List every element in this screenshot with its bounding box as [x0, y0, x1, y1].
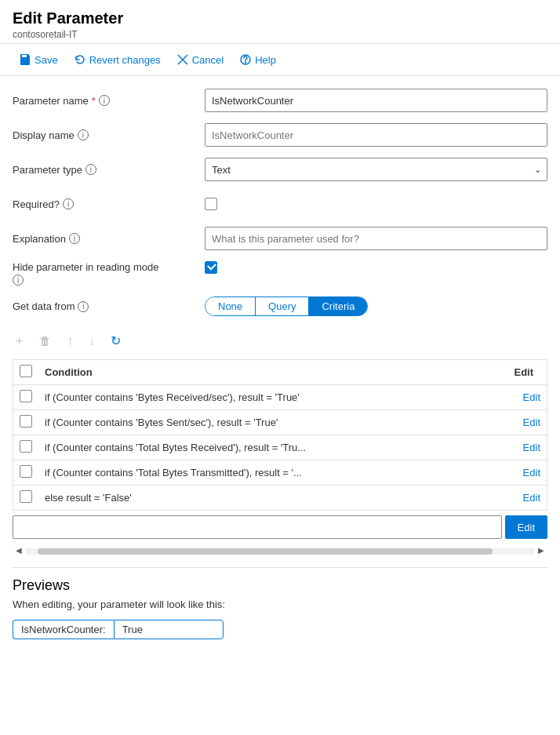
- cancel-button[interactable]: Cancel: [170, 50, 230, 69]
- table-row: if (Counter contains 'Bytes Received/sec…: [13, 385, 547, 410]
- row-checkbox[interactable]: [20, 490, 32, 503]
- parameter-name-info-icon[interactable]: i: [99, 95, 110, 106]
- add-criteria-button[interactable]: +: [13, 333, 26, 350]
- get-data-segmented-control: None Query Criteria: [205, 297, 368, 316]
- get-data-row: Get data from i None Query Criteria: [13, 297, 547, 316]
- row-checkbox[interactable]: [20, 390, 32, 402]
- row-condition: if (Counter contains 'Total Bytes Transm…: [38, 460, 508, 486]
- parameter-name-control: [205, 89, 547, 112]
- move-down-criteria-button[interactable]: ↓: [85, 333, 98, 350]
- row-edit-link[interactable]: Edit: [523, 492, 540, 504]
- row-edit-link[interactable]: Edit: [523, 442, 540, 453]
- move-up-criteria-button[interactable]: ↑: [64, 333, 76, 350]
- required-label: Required? i: [13, 198, 205, 210]
- delete-icon: [38, 335, 51, 347]
- explanation-info-icon[interactable]: i: [69, 233, 80, 244]
- required-checkbox[interactable]: [205, 198, 217, 210]
- row-edit-link[interactable]: Edit: [523, 467, 540, 478]
- parameter-type-control: Text ⌄: [205, 158, 547, 181]
- row-checkbox-cell: [13, 486, 39, 511]
- scroll-left-icon[interactable]: ◀: [13, 546, 25, 555]
- hide-param-info-icon[interactable]: i: [13, 275, 24, 286]
- scrollbar-track[interactable]: [25, 548, 535, 555]
- scrollbar-thumb: [38, 548, 493, 555]
- required-control: [205, 198, 547, 210]
- help-icon: [239, 53, 252, 66]
- row-checkbox[interactable]: [20, 415, 32, 428]
- parameter-name-row: Parameter name * i: [13, 89, 547, 112]
- table-row: if (Counter contains 'Total Bytes Receiv…: [13, 435, 547, 460]
- table-row: if (Counter contains 'Bytes Sent/sec'), …: [13, 410, 547, 435]
- display-name-row: Display name i: [13, 123, 547, 147]
- row-condition: if (Counter contains 'Total Bytes Receiv…: [38, 435, 508, 460]
- preview-field-row: IsNetworkCounter: True: [13, 620, 547, 639]
- explanation-control: [205, 227, 547, 250]
- required-star: *: [92, 95, 96, 107]
- delete-criteria-button[interactable]: [35, 333, 54, 349]
- explanation-input[interactable]: [205, 227, 547, 250]
- criteria-toolbar: + ↑ ↓ ↻: [13, 329, 547, 353]
- table-row: else result = 'False' Edit: [13, 486, 547, 511]
- explanation-label: Explanation i: [13, 233, 205, 245]
- header: Edit Parameter contosoretail-IT: [0, 0, 560, 44]
- get-data-criteria-button[interactable]: Criteria: [309, 297, 367, 315]
- row-condition: if (Counter contains 'Bytes Received/sec…: [38, 385, 508, 410]
- edit-row-button[interactable]: Edit: [505, 515, 547, 539]
- hide-param-label-line2: i: [13, 275, 205, 286]
- row-edit-cell: Edit: [508, 385, 547, 410]
- row-checkbox-cell: [13, 410, 39, 435]
- hide-param-checkbox[interactable]: [205, 261, 217, 274]
- row-condition: if (Counter contains 'Bytes Sent/sec'), …: [38, 410, 508, 435]
- display-name-input[interactable]: [205, 123, 547, 147]
- display-name-control: [205, 123, 547, 147]
- criteria-table: Condition Edit if (Counter contains 'Byt…: [13, 359, 547, 511]
- row-checkbox-cell: [13, 460, 39, 486]
- row-edit-cell: Edit: [508, 486, 547, 511]
- required-row: Required? i: [13, 192, 547, 216]
- parameter-name-input[interactable]: [205, 89, 547, 112]
- row-edit-cell: Edit: [508, 460, 547, 486]
- refresh-criteria-button[interactable]: ↻: [107, 332, 124, 350]
- form-area: Parameter name * i Display name i Parame…: [0, 76, 560, 316]
- hide-param-row: Hide parameter in reading mode i: [13, 261, 547, 286]
- row-edit-cell: Edit: [508, 410, 547, 435]
- get-data-info-icon[interactable]: i: [78, 301, 89, 312]
- row-edit-link[interactable]: Edit: [523, 391, 540, 403]
- toolbar: Save Revert changes Cancel Help: [0, 44, 560, 76]
- page-title: Edit Parameter: [13, 9, 547, 27]
- row-checkbox[interactable]: [20, 440, 32, 453]
- previews-section: Previews When editing, your parameter wi…: [0, 555, 560, 639]
- svg-point-3: [245, 62, 246, 63]
- preview-value: True: [114, 620, 224, 639]
- scroll-right-icon[interactable]: ▶: [535, 546, 547, 555]
- parameter-name-label: Parameter name * i: [13, 95, 205, 107]
- required-info-icon[interactable]: i: [63, 198, 74, 209]
- row-checkbox-cell: [13, 435, 39, 460]
- header-edit: Edit: [508, 360, 547, 385]
- help-button[interactable]: Help: [233, 50, 282, 69]
- select-all-checkbox[interactable]: [20, 365, 32, 377]
- revert-button[interactable]: Revert changes: [67, 50, 167, 69]
- display-name-label: Display name i: [13, 129, 205, 141]
- parameter-type-label: Parameter type i: [13, 164, 205, 176]
- save-button[interactable]: Save: [13, 50, 64, 69]
- revert-icon: [74, 53, 86, 66]
- parameter-type-select[interactable]: Text: [205, 158, 547, 181]
- row-edit-link[interactable]: Edit: [523, 417, 540, 428]
- page-subtitle: contosoretail-IT: [13, 29, 547, 40]
- parameter-type-info-icon[interactable]: i: [85, 164, 96, 175]
- criteria-section: + ↑ ↓ ↻ Condition Edit if (Counter co: [0, 329, 560, 555]
- previews-description: When editing, your parameter will look l…: [13, 599, 547, 610]
- display-name-info-icon[interactable]: i: [78, 129, 89, 140]
- scroll-row: ◀ ▶: [13, 545, 547, 555]
- get-data-query-button[interactable]: Query: [256, 297, 308, 315]
- row-checkbox[interactable]: [20, 465, 32, 478]
- get-data-none-button[interactable]: None: [205, 297, 255, 315]
- edit-row-input-area: Edit: [13, 511, 547, 544]
- row-condition: else result = 'False': [38, 486, 508, 511]
- previews-title: Previews: [13, 577, 547, 594]
- header-checkbox-cell: [13, 360, 39, 385]
- parameter-type-row: Parameter type i Text ⌄: [13, 158, 547, 181]
- edit-row-input[interactable]: [13, 515, 502, 539]
- table-header-row: Condition Edit: [13, 360, 547, 385]
